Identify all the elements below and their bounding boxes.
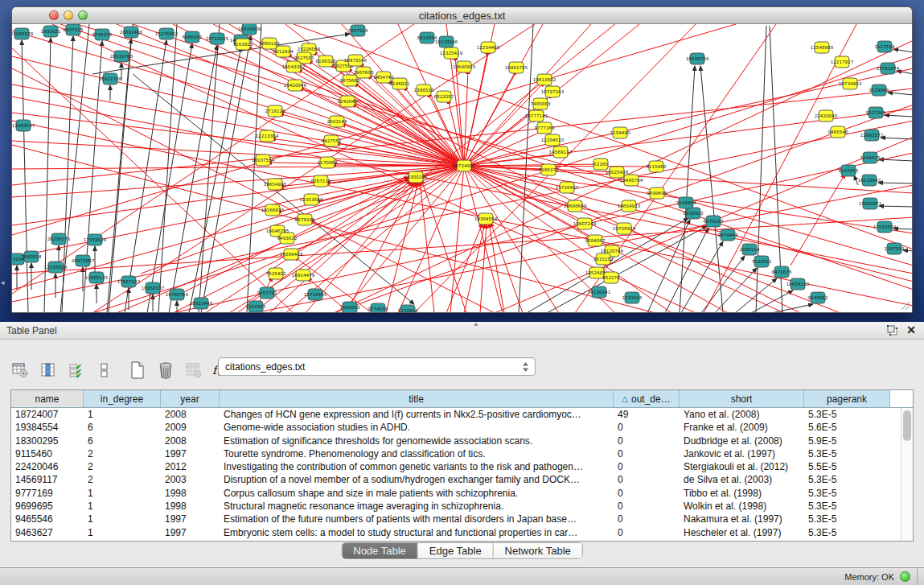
column-header-year[interactable]: year [161,390,220,407]
resize-grip-icon[interactable] [899,299,910,311]
graph-node[interactable]: 7485083 [531,98,551,109]
graph-node[interactable]: 19813802 [533,74,556,85]
graph-node[interactable]: 15716485 [304,289,327,300]
graph-node[interactable]: 11548908 [811,42,834,53]
graph-node[interactable]: 12254498 [477,42,500,53]
graph-node[interactable]: 7986372 [539,164,559,175]
graph-node[interactable]: 9146821 [390,78,410,89]
table-row[interactable]: 2242004622012Investigating the contribut… [11,460,913,473]
graph-node[interactable]: 852274 [602,272,620,283]
graph-node[interactable]: 1615152 [593,253,614,265]
panel-edge-grip-icon[interactable]: ◂ [1,278,5,286]
table-row[interactable]: 1830029562008Estimation of significance … [11,435,913,447]
graph-node[interactable]: 8267110 [311,175,331,187]
graph-node[interactable]: 1154490 [610,127,630,138]
graph-node[interactable]: 9242848 [338,96,358,107]
graph-node[interactable]: 8215955 [839,165,859,176]
graph-node[interactable]: 15276062 [155,28,178,39]
scrollbar-thumb[interactable] [903,410,911,441]
graph-node[interactable]: 6822057 [434,91,454,102]
unselect-all-button[interactable] [96,361,113,379]
graph-node[interactable]: 16648784 [686,53,709,64]
graph-node[interactable]: 9227349 [866,107,886,118]
graph-node[interactable]: 9875685 [340,75,360,86]
tab-node-table[interactable]: Node Table [342,543,418,558]
graph-node[interactable]: 15892971 [859,198,882,209]
graph-node[interactable]: 20691406 [120,27,143,38]
tab-edge-table[interactable]: Edge Table [418,543,494,558]
graph-node[interactable]: 1640954 [676,197,696,208]
column-header-out_degree[interactable]: △out_de… [614,390,680,407]
graph-node[interactable]: 2935114 [740,244,760,255]
delete-table-button[interactable] [185,361,203,379]
graph-node[interactable]: 19756928 [613,223,636,234]
network-window-titlebar[interactable]: citations_edges.txt [12,7,912,24]
show-column-button[interactable] [39,361,57,379]
graph-node[interactable]: 12093572 [860,130,883,141]
graph-node[interactable]: 2803144 [327,116,347,127]
graph-node[interactable]: 6466161 [183,31,203,43]
graph-node[interactable]: 17957223 [117,276,141,287]
graph-node[interactable]: 1733426 [622,292,643,303]
table-row[interactable]: 1456911722003Disruption of a novel membe… [11,473,913,486]
graph-node[interactable]: 16210643 [858,175,881,186]
graph-node[interactable]: 62160 [593,159,608,170]
column-header-pagerank[interactable]: pagerank [804,390,890,407]
graph-node[interactable]: 10719185 [206,33,229,44]
graph-node[interactable]: 9745206 [92,29,113,40]
table-row[interactable]: 946554611997Estimation of the future num… [11,513,913,525]
graph-node[interactable]: 16921708 [99,73,122,84]
graph-node[interactable]: 9245652 [808,292,828,303]
graph-node[interactable]: 12204510 [541,134,565,146]
graph-node[interactable]: 9457791 [257,287,277,299]
graph-node[interactable]: 7832621 [752,256,772,267]
graph-node[interactable]: 30975887 [72,255,95,266]
column-header-in_degree[interactable]: in_degree [84,390,161,407]
memory-ok-icon[interactable] [900,571,910,582]
create-column-button[interactable] [129,361,146,379]
table-selector-dropdown[interactable]: citations_edges.txt [218,357,536,376]
graph-node[interactable]: 16958107 [142,282,165,294]
graph-node[interactable]: 1117534 [875,41,895,52]
column-header-name[interactable]: name [11,390,84,407]
graph-node[interactable]: 16961795 [505,62,528,73]
graph-node[interactable]: 1233454 [398,305,418,312]
graph-node[interactable]: 19734903 [839,78,862,89]
graph-node[interactable]: 7857224 [348,25,368,36]
network-canvas[interactable]: 2304557816938218607315974520620691406152… [12,24,912,312]
graph-node[interactable]: 9115460 [647,161,667,172]
graph-node[interactable]: 8427552 [322,135,342,146]
graph-node[interactable]: 22420046 [815,110,838,122]
graph-node[interactable]: 17016504 [873,221,897,233]
table-row[interactable]: 911546021997Tourette syndrome. Phenomeno… [11,447,913,460]
graph-node[interactable]: 19218506 [435,36,458,47]
graph-node[interactable]: 1244415 [860,152,881,163]
column-header-title[interactable]: title [220,390,614,407]
graph-node[interactable]: 1170064 [318,157,338,168]
graph-node[interactable]: 9084067 [585,235,606,246]
graph-node[interactable]: 8912934 [273,46,294,57]
graph-node[interactable]: 9493822 [277,233,298,244]
graph-node[interactable]: 8471676 [772,266,792,278]
float-panel-button[interactable] [887,325,898,336]
graph-node[interactable]: 1693821 [41,26,61,37]
graph-node[interactable]: 9529966 [869,84,889,96]
graph-node[interactable]: 1388520 [414,84,434,96]
graph-node[interactable]: 12923448 [190,298,213,309]
graph-node[interactable]: 8607315 [64,24,84,35]
table-row[interactable]: 1938455462009Genome-wide association stu… [11,421,913,434]
graph-node[interactable]: 7625402 [266,268,286,279]
graph-node[interactable]: 8938923 [684,208,704,219]
graph-node[interactable]: 9474444 [718,229,738,241]
select-all-button[interactable]: ✔ ✔ ✔ [68,361,85,379]
column-settings-button[interactable] [11,361,29,379]
table-row[interactable]: 946362711997Embryonic stem cells: a mode… [11,526,913,539]
graph-node[interactable]: 12353594 [300,194,323,205]
vertical-scrollbar[interactable] [901,408,913,541]
graph-node[interactable]: 9774556 [368,303,388,312]
table-row[interactable]: 969969511998Structural magnetic resonanc… [11,500,913,513]
graph-node[interactable]: 7163822 [233,39,253,50]
delete-column-button[interactable] [157,361,175,379]
graph-node[interactable]: 14569117 [549,146,573,158]
graph-node[interactable]: 9465546 [828,126,848,138]
